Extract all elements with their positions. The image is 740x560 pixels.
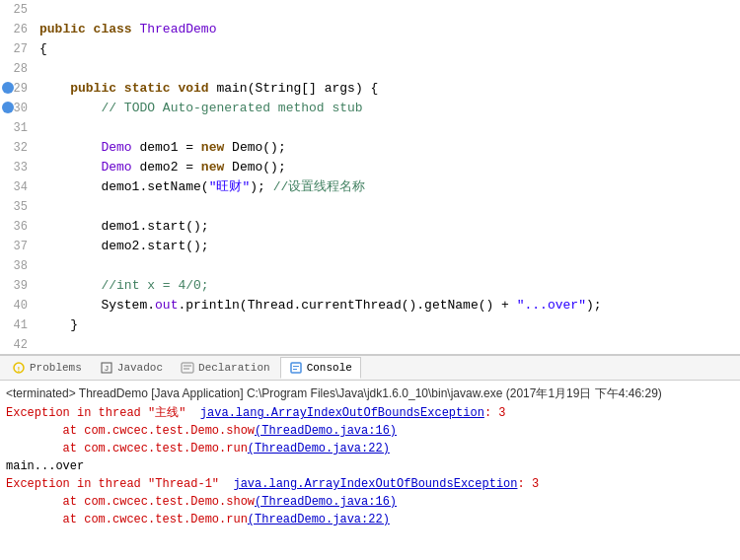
console-line: Exception in thread "主线" java.lang.Array…: [6, 404, 734, 422]
svg-text:!: !: [17, 365, 22, 374]
code-line: 32 Demo demo1 = new Demo();: [0, 138, 740, 158]
tab-javadoc[interactable]: JJavadoc: [92, 357, 171, 379]
console-link[interactable]: (ThreadDemo.java:22): [248, 442, 390, 455]
tab-icon-declaration: [181, 361, 194, 375]
line-content: Demo demo2 = new Demo();: [36, 158, 740, 177]
line-number: 25: [0, 0, 36, 20]
console-link[interactable]: java.lang.ArrayIndexOutOfBoundsException: [233, 477, 517, 491]
code-line: 36 demo1.start();: [0, 217, 740, 237]
line-content: //int x = 4/0;: [36, 276, 740, 296]
console-line: Exception in thread "Thread-1" java.lang…: [6, 475, 734, 493]
code-line: 28: [0, 59, 740, 79]
console-link[interactable]: (ThreadDemo.java:22): [248, 513, 390, 526]
code-line: 40 System.out.println(Thread.currentThre…: [0, 296, 740, 315]
svg-text:J: J: [104, 364, 109, 373]
line-content: Demo demo1 = new Demo();: [36, 138, 740, 158]
line-number: 30: [0, 99, 36, 118]
svg-rect-7: [291, 363, 301, 373]
line-content: public class ThreadDemo: [36, 20, 740, 39]
console-line: main...over: [6, 457, 734, 475]
console-link[interactable]: (ThreadDemo.java:16): [255, 495, 397, 509]
console-line: at com.cwcec.test.Demo.show(ThreadDemo.j…: [6, 493, 734, 511]
line-number: 29: [0, 79, 36, 99]
line-content: }: [36, 315, 740, 335]
tab-console[interactable]: Console: [280, 357, 361, 379]
line-number: 39: [0, 276, 36, 296]
line-number: 40: [0, 296, 36, 315]
tab-declaration[interactable]: Declaration: [173, 357, 278, 379]
line-number: 42: [0, 335, 36, 355]
code-line: 25: [0, 0, 740, 20]
line-content: demo1.setName("旺财"); //设置线程名称: [36, 177, 740, 197]
code-line: 42: [0, 335, 740, 355]
code-line: 33 Demo demo2 = new Demo();: [0, 158, 740, 177]
line-number: 33: [0, 158, 36, 177]
line-number: 28: [0, 59, 36, 79]
code-line: 29 public static void main(String[] args…: [0, 79, 740, 99]
code-line: 27{: [0, 39, 740, 59]
code-line: 39 //int x = 4/0;: [0, 276, 740, 296]
console-link[interactable]: java.lang.ArrayIndexOutOfBoundsException: [200, 406, 484, 420]
code-line: 26public class ThreadDemo: [0, 20, 740, 39]
svg-rect-4: [182, 363, 193, 373]
code-line: 37 demo2.start();: [0, 237, 740, 256]
line-number: 36: [0, 217, 36, 237]
line-number: 37: [0, 237, 36, 256]
line-content: demo1.start();: [36, 217, 740, 237]
tab-label-javadoc: Javadoc: [117, 362, 163, 374]
console-link[interactable]: (ThreadDemo.java:16): [255, 424, 397, 438]
line-content: demo2.start();: [36, 237, 740, 256]
code-line: 34 demo1.setName("旺财"); //设置线程名称: [0, 177, 740, 197]
tab-label-console: Console: [307, 362, 352, 374]
tab-icon-javadoc: J: [100, 361, 113, 375]
tab-icon-problems: !: [12, 361, 26, 375]
code-line: 41 }: [0, 315, 740, 335]
code-line: 31: [0, 118, 740, 138]
console-line: at com.cwcec.test.Demo.show(ThreadDemo.j…: [6, 422, 734, 440]
console-header: <terminated> ThreadDemo [Java Applicatio…: [6, 385, 734, 402]
console-area: <terminated> ThreadDemo [Java Applicatio…: [0, 381, 740, 548]
code-line: 35: [0, 197, 740, 217]
code-editor: 2526public class ThreadDemo27{2829 publi…: [0, 0, 740, 355]
line-number: 32: [0, 138, 36, 158]
code-line: 30 // TODO Auto-generated method stub: [0, 99, 740, 118]
tab-label-declaration: Declaration: [198, 362, 270, 374]
console-line: at com.cwcec.test.Demo.run(ThreadDemo.ja…: [6, 511, 734, 528]
line-number: 34: [0, 177, 36, 197]
line-number: 26: [0, 20, 36, 39]
line-number: 27: [0, 39, 36, 59]
line-number: 38: [0, 256, 36, 276]
code-line: 38: [0, 256, 740, 276]
tab-label-problems: Problems: [30, 362, 82, 374]
tab-icon-console: [289, 361, 303, 375]
line-content: // TODO Auto-generated method stub: [36, 99, 740, 118]
line-content: public static void main(String[] args) {: [36, 79, 740, 99]
line-content: System.out.println(Thread.currentThread(…: [36, 296, 740, 315]
console-line: at com.cwcec.test.Demo.run(ThreadDemo.ja…: [6, 440, 734, 457]
tab-bar: !ProblemsJJavadocDeclarationConsole: [0, 355, 740, 381]
line-number: 31: [0, 118, 36, 138]
tab-problems[interactable]: !Problems: [4, 357, 90, 379]
line-content: {: [36, 39, 740, 59]
line-number: 41: [0, 315, 36, 335]
line-number: 35: [0, 197, 36, 217]
